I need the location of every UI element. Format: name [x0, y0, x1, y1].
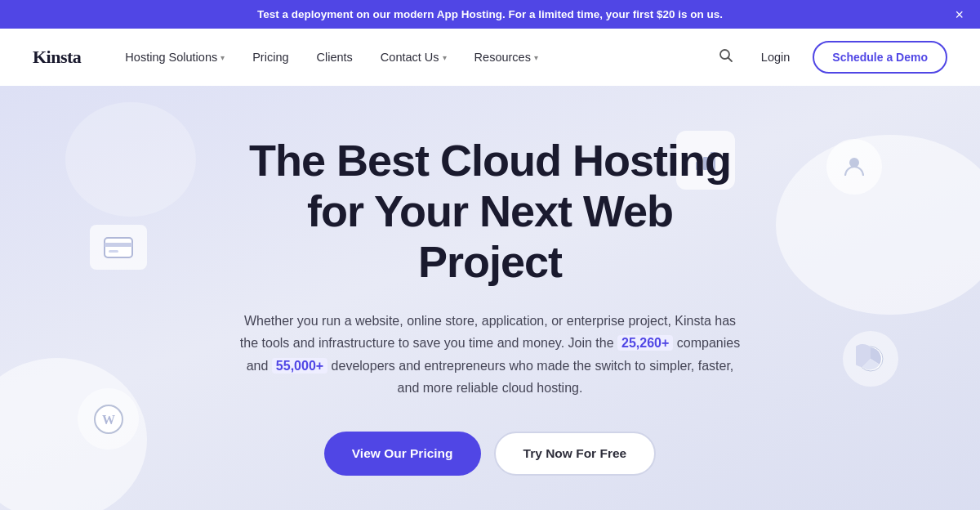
close-announcement-button[interactable]: × — [955, 7, 964, 22]
hero-section: W The Best Cloud Hosting for Your Next W… — [0, 86, 980, 510]
cta-group: View Our Pricing Try Now For Free — [237, 432, 743, 476]
nav-clients[interactable]: Clients — [305, 44, 364, 70]
announcement-text: Test a deployment on our modern App Host… — [257, 8, 723, 20]
svg-text:W: W — [102, 413, 115, 427]
schedule-demo-button[interactable]: Schedule a Demo — [813, 41, 947, 74]
hero-title: The Best Cloud Hosting for Your Next Web… — [237, 135, 743, 287]
nav-links: Hosting Solutions ▾ Pricing Clients Cont… — [114, 44, 713, 70]
stat-developers: 55,000+ — [272, 358, 327, 374]
svg-line-1 — [728, 57, 732, 61]
decorative-blob-3 — [65, 102, 196, 217]
nav-resources[interactable]: Resources ▾ — [463, 44, 550, 70]
nav-right: Login Schedule a Demo — [714, 41, 947, 74]
nav-contact-us[interactable]: Contact Us ▾ — [369, 44, 458, 70]
logo[interactable]: Kinsta — [33, 47, 81, 68]
wordpress-icon: W — [78, 388, 139, 450]
nav-pricing[interactable]: Pricing — [241, 44, 300, 70]
svg-rect-8 — [109, 250, 118, 253]
try-free-button[interactable]: Try Now For Free — [494, 432, 657, 476]
hero-description: Whether you run a website, online store,… — [237, 310, 743, 399]
login-button[interactable]: Login — [751, 44, 800, 70]
chevron-down-icon: ▾ — [220, 53, 225, 62]
search-icon — [719, 48, 733, 63]
announcement-bar: Test a deployment on our modern App Host… — [0, 0, 980, 29]
search-button[interactable] — [714, 43, 738, 72]
svg-rect-7 — [105, 243, 132, 247]
pie-icon — [843, 331, 898, 387]
svg-rect-6 — [105, 238, 132, 257]
chevron-down-icon: ▾ — [443, 53, 447, 62]
person-icon — [826, 139, 882, 195]
chevron-down-icon: ▾ — [534, 53, 538, 62]
main-nav: Kinsta Hosting Solutions ▾ Pricing Clien… — [0, 29, 980, 86]
view-pricing-button[interactable]: View Our Pricing — [324, 432, 481, 476]
stat-companies: 25,260+ — [617, 335, 673, 351]
card-icon — [90, 225, 147, 270]
nav-hosting-solutions[interactable]: Hosting Solutions ▾ — [114, 44, 236, 70]
hero-content: The Best Cloud Hosting for Your Next Web… — [237, 135, 743, 510]
